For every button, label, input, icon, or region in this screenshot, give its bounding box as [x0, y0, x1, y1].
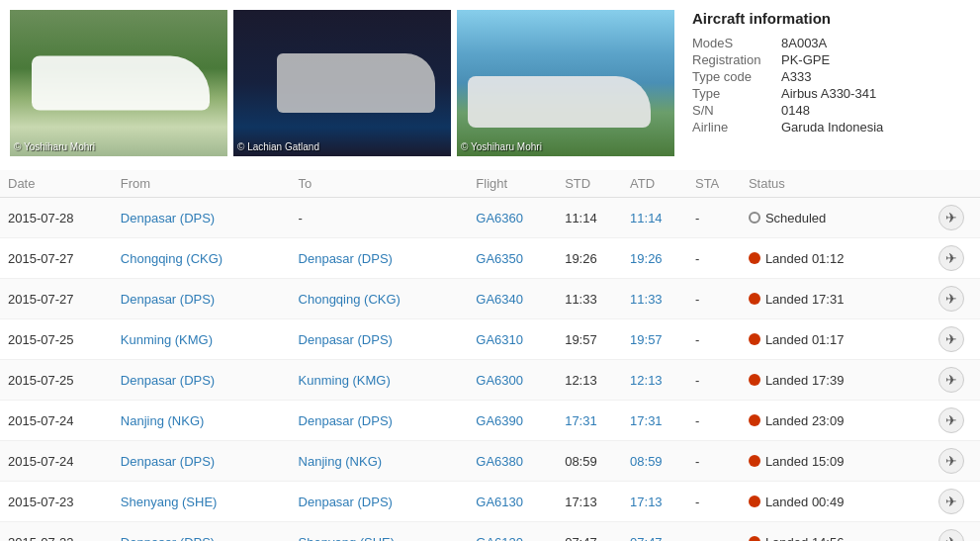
- status-dot-landed: [749, 496, 760, 507]
- from-link[interactable]: Denpasar (DPS): [121, 454, 215, 469]
- flight-action-button[interactable]: ✈: [938, 245, 964, 271]
- cell-atd: 07:47: [622, 522, 687, 542]
- flight-link[interactable]: GA6130: [476, 495, 523, 509]
- to-link[interactable]: Nanjing (NKG): [299, 454, 383, 469]
- cell-flight: GA6310: [468, 319, 557, 360]
- to-link[interactable]: Kunming (KMG): [299, 373, 391, 388]
- info-value: Garuda Indonesia: [781, 119, 891, 135]
- from-link[interactable]: Denpasar (DPS): [121, 292, 215, 307]
- photo-3[interactable]: © Yoshiharu Mohri: [457, 10, 674, 156]
- cell-from: Chongqing (CKG): [113, 238, 291, 279]
- aircraft-info-row: ModeS 8A003A: [692, 35, 891, 51]
- aircraft-info-row: Registration PK-GPE: [692, 51, 891, 68]
- flight-action-button[interactable]: ✈: [938, 407, 964, 433]
- photo-credit-1: © Yoshiharu Mohri: [14, 141, 95, 152]
- to-link[interactable]: Chongqing (CKG): [299, 292, 401, 307]
- photo-2[interactable]: © Lachian Gatland: [233, 10, 451, 156]
- cell-action: ✈: [931, 441, 980, 482]
- from-link[interactable]: Denpasar (DPS): [121, 535, 215, 542]
- cell-flight: GA6340: [468, 279, 557, 319]
- cell-status: Landed 23:09: [741, 401, 931, 441]
- from-link[interactable]: Chongqing (CKG): [121, 251, 223, 266]
- to-link[interactable]: Denpasar (DPS): [299, 332, 393, 347]
- cell-date: 2015-07-23: [0, 482, 113, 522]
- status-dot-landed: [749, 374, 760, 386]
- cell-to: Denpasar (DPS): [291, 238, 469, 279]
- status-dot-landed: [749, 414, 760, 426]
- flight-action-button[interactable]: ✈: [938, 205, 964, 230]
- status-cell: Landed 17:31: [749, 292, 923, 307]
- flight-action-button[interactable]: ✈: [938, 367, 964, 393]
- cell-std: 11:14: [557, 198, 622, 238]
- cell-from: Denpasar (DPS): [113, 441, 291, 482]
- from-link[interactable]: Kunming (KMG): [121, 332, 213, 347]
- photo-1[interactable]: © Yoshiharu Mohri: [10, 10, 227, 156]
- status-text: Landed 14:56: [765, 535, 845, 542]
- from-link[interactable]: Denpasar (DPS): [121, 373, 215, 388]
- to-link[interactable]: Shenyang (SHE): [299, 535, 396, 542]
- status-text: Landed 17:39: [765, 373, 845, 388]
- info-label: S/N: [692, 102, 781, 119]
- flight-link[interactable]: GA6390: [476, 413, 523, 428]
- flight-action-button[interactable]: ✈: [938, 448, 964, 474]
- to-link[interactable]: Denpasar (DPS): [299, 251, 393, 266]
- flight-link[interactable]: GA6120: [476, 535, 523, 542]
- info-label: Registration: [692, 51, 781, 68]
- status-cell: Landed 17:39: [749, 373, 923, 388]
- cell-std: 11:33: [557, 279, 622, 319]
- cell-atd: 12:13: [622, 360, 687, 401]
- status-cell: Scheduled: [749, 211, 923, 225]
- status-dot-landed: [749, 455, 760, 467]
- flight-action-button[interactable]: ✈: [938, 286, 964, 312]
- cell-sta: -: [687, 279, 741, 319]
- cell-flight: GA6390: [468, 401, 557, 441]
- flight-link[interactable]: GA6380: [476, 454, 523, 469]
- table-row: 2015-07-23 Denpasar (DPS) Shenyang (SHE)…: [0, 522, 980, 542]
- cell-status: Scheduled: [741, 198, 931, 238]
- table-row: 2015-07-25 Kunming (KMG) Denpasar (DPS) …: [0, 319, 980, 360]
- status-text: Landed 17:31: [765, 292, 845, 307]
- flight-link[interactable]: GA6300: [476, 373, 523, 388]
- flight-link[interactable]: GA6360: [476, 211, 523, 225]
- cell-sta: -: [687, 360, 741, 401]
- flight-action-button[interactable]: ✈: [938, 529, 964, 541]
- from-link[interactable]: Nanjing (NKG): [121, 413, 205, 428]
- from-link[interactable]: Denpasar (DPS): [121, 211, 215, 225]
- flight-link[interactable]: GA6350: [476, 251, 523, 266]
- status-text: Landed 01:17: [765, 332, 845, 347]
- cell-std: 19:57: [557, 319, 622, 360]
- cell-status: Landed 17:39: [741, 360, 931, 401]
- cell-std: 17:13: [557, 482, 622, 522]
- aircraft-info-row: S/N 0148: [692, 102, 891, 119]
- table-row: 2015-07-24 Denpasar (DPS) Nanjing (NKG) …: [0, 441, 980, 482]
- photo-credit-3: © Yoshiharu Mohri: [461, 141, 542, 152]
- cell-date: 2015-07-24: [0, 441, 113, 482]
- info-label: Type code: [692, 68, 781, 85]
- from-link[interactable]: Shenyang (SHE): [121, 495, 218, 509]
- status-dot-landed: [749, 333, 760, 345]
- cell-std: 12:13: [557, 360, 622, 401]
- flight-link[interactable]: GA6310: [476, 332, 523, 347]
- cell-from: Denpasar (DPS): [113, 279, 291, 319]
- col-header-flight: Flight: [468, 170, 557, 198]
- to-link[interactable]: Denpasar (DPS): [299, 495, 393, 509]
- cell-to: Denpasar (DPS): [291, 401, 469, 441]
- cell-action: ✈: [931, 522, 980, 542]
- to-link[interactable]: Denpasar (DPS): [299, 413, 393, 428]
- col-header-sta: STA: [687, 170, 741, 198]
- status-dot-landed: [749, 293, 760, 305]
- col-header-atd: ATD: [622, 170, 687, 198]
- cell-sta: -: [687, 401, 741, 441]
- cell-action: ✈: [931, 319, 980, 360]
- flight-action-button[interactable]: ✈: [938, 489, 964, 514]
- table-row: 2015-07-27 Chongqing (CKG) Denpasar (DPS…: [0, 238, 980, 279]
- cell-flight: GA6360: [468, 198, 557, 238]
- flight-action-button[interactable]: ✈: [938, 326, 964, 352]
- col-header-std: STD: [557, 170, 622, 198]
- flight-link[interactable]: GA6340: [476, 292, 523, 307]
- status-cell: Landed 14:56: [749, 535, 923, 542]
- cell-sta: -: [687, 319, 741, 360]
- info-label: Type: [692, 85, 781, 102]
- to-text: -: [299, 211, 303, 225]
- table-row: 2015-07-27 Denpasar (DPS) Chongqing (CKG…: [0, 279, 980, 319]
